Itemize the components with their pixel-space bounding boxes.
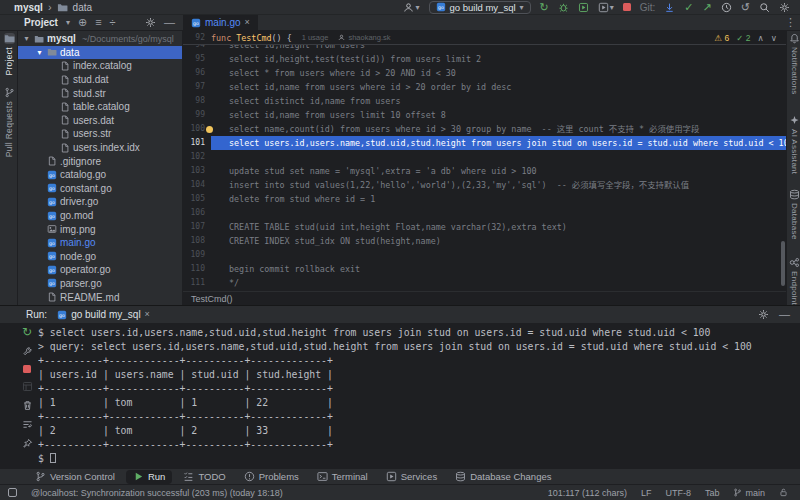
run-console[interactable]: $ select users.id,users.name,stud.uid,st… xyxy=(38,326,784,466)
code-line-105[interactable]: 105delete from stud where id = 1 xyxy=(183,192,786,206)
settings-button[interactable] xyxy=(779,2,790,13)
chevron-down-icon[interactable]: ▾ xyxy=(66,17,70,28)
file-encoding[interactable]: UTF-8 xyxy=(665,488,691,498)
edit-configuration-button[interactable] xyxy=(22,346,33,357)
tree-item-table-catalog[interactable]: table.catalog xyxy=(18,100,182,114)
rerun-button[interactable]: ↻ xyxy=(22,327,32,338)
tree-item-driver-go[interactable]: godriver.go xyxy=(18,195,182,209)
prev-problem-button[interactable]: ∧ xyxy=(758,33,764,43)
intention-bulb-icon[interactable] xyxy=(206,126,213,133)
toolwindow-toggle-icon[interactable] xyxy=(8,488,17,497)
line-separator[interactable]: LF xyxy=(641,488,652,498)
pin-tab-button[interactable] xyxy=(22,438,33,449)
next-problem-button[interactable]: ∨ xyxy=(771,33,777,43)
git-branch[interactable]: main xyxy=(733,488,765,498)
stop-button[interactable] xyxy=(23,365,31,373)
code-line-110[interactable]: 110begin commit rollback exit xyxy=(183,262,786,276)
tree-item-stud-str[interactable]: stud.str xyxy=(18,86,182,100)
sidebar-item-endpoints[interactable]: Endpoints xyxy=(787,257,800,309)
rerun-button[interactable]: ↻ xyxy=(540,2,549,13)
tool-tab-services[interactable]: Services xyxy=(379,470,444,484)
history-button[interactable] xyxy=(721,2,732,13)
project-name[interactable]: mysql xyxy=(14,2,43,13)
tree-item-data[interactable]: ▾data xyxy=(18,46,182,60)
run-config-select[interactable]: go go build my_sql ▾ xyxy=(429,1,531,14)
sidebar-item-ai-assistant[interactable]: AI Assistant xyxy=(787,115,800,174)
indent-style[interactable]: Tab xyxy=(705,488,720,498)
user-menu-button[interactable]: ▾ xyxy=(403,2,420,13)
close-icon[interactable]: × xyxy=(145,309,150,320)
clear-output-button[interactable] xyxy=(22,400,33,411)
usage-hint[interactable]: 1 usage xyxy=(302,31,329,45)
tree-item-users-dat[interactable]: users.dat xyxy=(18,114,182,128)
tree-item-parser-go[interactable]: goparser.go xyxy=(18,277,182,291)
git-push-button[interactable]: ↗ xyxy=(703,2,712,13)
git-commit-button[interactable]: ✓ xyxy=(684,2,693,13)
tree-item-mysql[interactable]: ▾mysql~/Documents/go/mysql xyxy=(18,32,182,46)
code-line-101[interactable]: 101select users.id,users.name,stud.uid,s… xyxy=(183,136,786,150)
code-editor[interactable]: 94select id,height from users95select id… xyxy=(183,31,786,305)
tree-item-users-str[interactable]: users.str xyxy=(18,127,182,141)
tree-item-img-png[interactable]: img.png xyxy=(18,222,182,236)
debug-button[interactable] xyxy=(558,2,569,13)
sidebar-item-notifications[interactable]: Notifications xyxy=(787,33,800,94)
terminal-cursor[interactable] xyxy=(50,453,56,463)
code-line-102[interactable]: 102 xyxy=(183,150,786,164)
soft-wrap-button[interactable] xyxy=(22,419,33,430)
close-icon[interactable]: × xyxy=(245,17,250,28)
run-settings-button[interactable] xyxy=(758,309,769,320)
tree-item--gitignore[interactable]: .gitignore xyxy=(18,154,182,168)
collapse-all-button[interactable]: ÷ xyxy=(110,17,116,28)
editor-breadcrumb[interactable]: TestCmd() xyxy=(183,291,786,305)
code-line-97[interactable]: 97select id,name from users where id > 2… xyxy=(183,80,786,94)
code-line-96[interactable]: 96select * from users where id > 20 AND … xyxy=(183,66,786,80)
code-line-95[interactable]: 95select id,height,test(test(id)) from u… xyxy=(183,52,786,66)
search-button[interactable] xyxy=(759,2,770,13)
panel-settings-button[interactable] xyxy=(145,17,156,28)
locate-button[interactable]: ⊕ xyxy=(78,17,87,28)
lock-icon[interactable] xyxy=(779,488,788,497)
code-line-106[interactable]: 106 xyxy=(183,206,786,220)
stop-button[interactable] xyxy=(623,3,631,11)
tree-item-node-go[interactable]: gonode.go xyxy=(18,250,182,264)
code-line-99[interactable]: 99select id,name from users limit 10 off… xyxy=(183,108,786,122)
breadcrumb-folder[interactable]: data xyxy=(73,2,92,13)
tool-tab-terminal[interactable]: Terminal xyxy=(310,470,375,484)
tree-item-readme-md[interactable]: README.md xyxy=(18,290,182,304)
sidebar-item-pull-requests[interactable]: Pull Requests xyxy=(0,87,18,157)
tool-tab-database-changes[interactable]: Database Changes xyxy=(448,470,558,484)
code-line-107[interactable]: 107CREATE TABLE stud(uid int,height Floa… xyxy=(183,220,786,234)
tool-tab-todo[interactable]: TODO xyxy=(176,470,232,484)
code-line-103[interactable]: 103update stud set name = 'mysql',extra … xyxy=(183,164,786,178)
profiler-button[interactable]: ▾ xyxy=(598,2,614,13)
tool-tab-run[interactable]: Run xyxy=(126,470,172,484)
tree-item-users-index-idx[interactable]: users.index.idx xyxy=(18,141,182,155)
tree-item-constant-go[interactable]: goconstant.go xyxy=(18,182,182,196)
tool-tab-version-control[interactable]: Version Control xyxy=(28,470,122,484)
project-header-label[interactable]: Project xyxy=(24,17,58,28)
tree-item-catalog-go[interactable]: gocatalog.go xyxy=(18,168,182,182)
git-update-button[interactable] xyxy=(664,2,675,13)
sidebar-item-project[interactable]: Project xyxy=(0,33,18,76)
code-line-108[interactable]: 108CREATE INDEX stud_idx ON stud(height,… xyxy=(183,234,786,248)
rollback-button[interactable]: ↺ xyxy=(741,2,750,13)
coverage-button[interactable] xyxy=(578,2,589,13)
code-line-109[interactable]: 109 xyxy=(183,248,786,262)
project-tree-panel[interactable]: ▾mysql~/Documents/go/mysql▾dataindex.cat… xyxy=(18,31,183,305)
restore-layout-button[interactable] xyxy=(22,381,33,392)
sidebar-item-database[interactable]: Database xyxy=(787,189,800,240)
tree-item-main-go[interactable]: gomain.go xyxy=(18,236,182,250)
code-line-111[interactable]: 111*/ xyxy=(183,276,786,290)
minimize-button[interactable]: — xyxy=(779,309,790,320)
sync-status[interactable]: @localhost: Synchronization successful (… xyxy=(31,488,283,498)
code-line-104[interactable]: 104insert into stud values(1,22,'hello',… xyxy=(183,178,786,192)
editor-tab-main-go[interactable]: go main.go × xyxy=(183,15,259,30)
hide-panel-button[interactable]: — xyxy=(164,17,175,28)
tree-item-operator-go[interactable]: gooperator.go xyxy=(18,263,182,277)
more-button[interactable]: ⋮ xyxy=(785,17,796,28)
tree-item-index-catalog[interactable]: index.catalog xyxy=(18,59,182,73)
tool-tab-problems[interactable]: Problems xyxy=(237,470,306,484)
expand-all-button[interactable]: ≡ xyxy=(95,17,101,28)
breadcrumb-function[interactable]: TestCmd() xyxy=(191,294,233,304)
caret-position[interactable]: 101:117 (112 chars) xyxy=(548,488,627,498)
